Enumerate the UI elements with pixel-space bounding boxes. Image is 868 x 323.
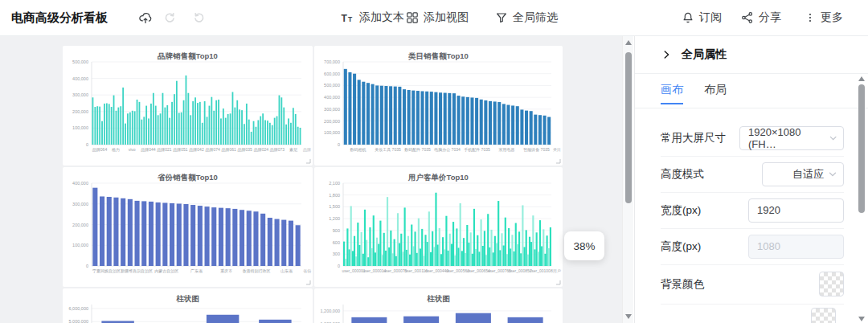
- bar-chart: 0100,000200,000300,000400,000500,000品牌06…: [63, 59, 313, 166]
- chart-card-user-price[interactable]: 用户客单价Top10 03006009001,2001,5001,8002,10…: [314, 167, 563, 287]
- svg-text:品牌042: 品牌042: [189, 147, 204, 153]
- canvas-scrollbar-thumb[interactable]: [625, 52, 632, 203]
- svg-text:1,200: 1,200: [329, 216, 340, 221]
- bar-chart: 6,000,0005,000,0004,000,0003,000,0002,00…: [63, 301, 313, 323]
- svg-text:内蒙古自治区: 内蒙古自治区: [154, 268, 178, 274]
- canvas-scrollbar[interactable]: [622, 36, 633, 323]
- tab-canvas[interactable]: 画布: [661, 83, 683, 104]
- chart-card-brand-sales[interactable]: 品牌销售额Top10 0100,000200,000300,000400,000…: [63, 46, 313, 166]
- width-input[interactable]: [749, 199, 843, 222]
- svg-text:品牌074: 品牌074: [205, 147, 220, 153]
- svg-text:数码相机: 数码相机: [350, 147, 366, 153]
- share-button[interactable]: 分享: [741, 0, 781, 35]
- width-label: 宽度(px): [661, 203, 701, 218]
- dashboard-title: 电商高级分析看板: [11, 0, 108, 35]
- resize-handle[interactable]: [555, 157, 561, 164]
- svg-text:手机配件 7035: 手机配件 7035: [464, 147, 490, 153]
- add-view-button[interactable]: 添加视图: [406, 0, 469, 35]
- panel-scrollbar-thumb[interactable]: [858, 84, 865, 213]
- scroll-down-arrow-icon[interactable]: [625, 314, 632, 319]
- funnel-icon: [495, 11, 508, 24]
- height-label: 高度(px): [661, 239, 701, 254]
- svg-text:品牌024: 品牌024: [254, 147, 269, 153]
- scroll-up-arrow-icon[interactable]: [858, 76, 865, 81]
- svg-text:电脑办公 7034: 电脑办公 7034: [434, 147, 461, 152]
- width-row: 宽度(px): [661, 192, 844, 228]
- svg-text:300,000: 300,000: [72, 92, 88, 97]
- height-mode-value: 自适应: [792, 167, 824, 182]
- bar-chart: 03006009001,2001,5001,8002,100user_00000…: [314, 180, 563, 287]
- svg-text:家用电器: 家用电器: [499, 147, 515, 153]
- redo-icon: [193, 11, 207, 25]
- chart-card-province-sales[interactable]: 省份销售额Top10 0100,000200,000300,000400,000…: [63, 167, 313, 287]
- svg-text:200,000: 200,000: [72, 223, 88, 227]
- tabs-divider: [635, 108, 868, 108]
- svg-text:user_000654: user_000654: [467, 268, 490, 273]
- zoom-level-badge: 38%: [564, 231, 604, 260]
- svg-text:100,000: 100,000: [72, 125, 88, 130]
- bar-chart: 1,200,0001,000,000800,000600,000400,0002…: [314, 301, 563, 323]
- chevron-down-icon: [828, 133, 838, 144]
- save-publish-button[interactable]: [138, 0, 153, 35]
- bg-color-swatch[interactable]: [819, 272, 844, 296]
- chart-title: 品牌销售额Top10: [63, 46, 313, 59]
- svg-text:0: 0: [86, 142, 88, 147]
- chart-card-bar-right[interactable]: 柱状图 1,200,0001,000,000800,000600,000400,…: [314, 288, 563, 323]
- svg-text:300,000: 300,000: [324, 107, 340, 112]
- more-button[interactable]: 更多: [805, 0, 843, 35]
- cloud-upload-icon: [138, 11, 153, 25]
- svg-text:900: 900: [333, 228, 340, 233]
- chart-card-category-sales[interactable]: 类目销售额Top10 0100,000200,000300,000400,000…: [314, 46, 563, 166]
- chart-title: 柱状图: [314, 288, 563, 301]
- next-color-swatch-partial[interactable]: [811, 308, 836, 323]
- height-row: 高度(px): [661, 228, 844, 264]
- collapse-panel-button[interactable]: [661, 49, 672, 60]
- screen-size-value: 1920×1080 (FH…: [748, 126, 828, 150]
- resize-handle[interactable]: [305, 157, 311, 164]
- chart-card-bar-left[interactable]: 柱状图 6,000,0005,000,0004,000,0003,000,000…: [63, 288, 313, 323]
- scroll-up-arrow-icon[interactable]: [625, 40, 632, 45]
- tab-layout[interactable]: 布局: [704, 83, 727, 104]
- panel-tabs: 画布 布局: [661, 83, 727, 104]
- svg-text:宁夏回族自治区: 宁夏回族自治区: [92, 268, 121, 274]
- width-input-box: [748, 198, 844, 223]
- svg-text:用户: 用户: [552, 268, 561, 274]
- bg-color-label: 背景颜色: [661, 277, 704, 292]
- svg-text:重庆市: 重庆市: [220, 268, 232, 273]
- bg-color-row: 背景颜色: [661, 264, 844, 304]
- global-filter-label: 全局筛选: [513, 10, 558, 25]
- toolbar: 电商高级分析看板 TT 添加文本 添加视图 全局筛选: [0, 0, 868, 36]
- chart-title: 柱状图: [63, 288, 313, 301]
- height-mode-select[interactable]: 自适应: [762, 162, 844, 186]
- grid-icon: [406, 11, 419, 24]
- svg-text:100,000: 100,000: [72, 243, 88, 247]
- svg-text:user_000116: user_000116: [404, 268, 428, 273]
- undo-button[interactable]: [162, 0, 176, 35]
- height-mode-row: 高度模式 自适应: [661, 156, 844, 192]
- svg-text:2,100: 2,100: [329, 181, 340, 186]
- subscribe-button[interactable]: 订阅: [682, 0, 722, 35]
- svg-text:400,000: 400,000: [72, 76, 88, 81]
- add-text-button[interactable]: TT 添加文本: [341, 0, 404, 35]
- svg-text:vivo: vivo: [129, 147, 136, 152]
- divider: [661, 304, 844, 305]
- svg-text:美妆工具 7035: 美妆工具 7035: [375, 147, 401, 152]
- resize-handle[interactable]: [305, 279, 311, 285]
- svg-text:500,000: 500,000: [324, 83, 340, 88]
- svg-text:品牌064: 品牌064: [92, 147, 108, 153]
- scroll-down-arrow-icon[interactable]: [858, 317, 865, 321]
- dashboard-canvas[interactable]: 品牌销售额Top10 0100,000200,000300,000400,000…: [0, 36, 622, 323]
- screen-size-select[interactable]: 1920×1080 (FH…: [739, 126, 844, 150]
- svg-text:1,500: 1,500: [329, 204, 340, 209]
- undo-icon: [162, 11, 176, 25]
- panel-scrollbar[interactable]: [857, 76, 866, 321]
- screen-size-row: 常用大屏尺寸 1920×1080 (FH…: [661, 120, 844, 156]
- global-filter-button[interactable]: 全局筛选: [495, 0, 558, 35]
- svg-text:索尼: 索尼: [289, 147, 297, 152]
- resize-handle[interactable]: [555, 279, 561, 285]
- svg-text:新疆维吾尔自治区: 新疆维吾尔自治区: [121, 268, 153, 274]
- redo-button[interactable]: [193, 0, 207, 35]
- svg-text:user_000014: user_000014: [362, 268, 386, 273]
- height-input[interactable]: [749, 235, 843, 258]
- panel-title: 全局属性: [682, 47, 727, 62]
